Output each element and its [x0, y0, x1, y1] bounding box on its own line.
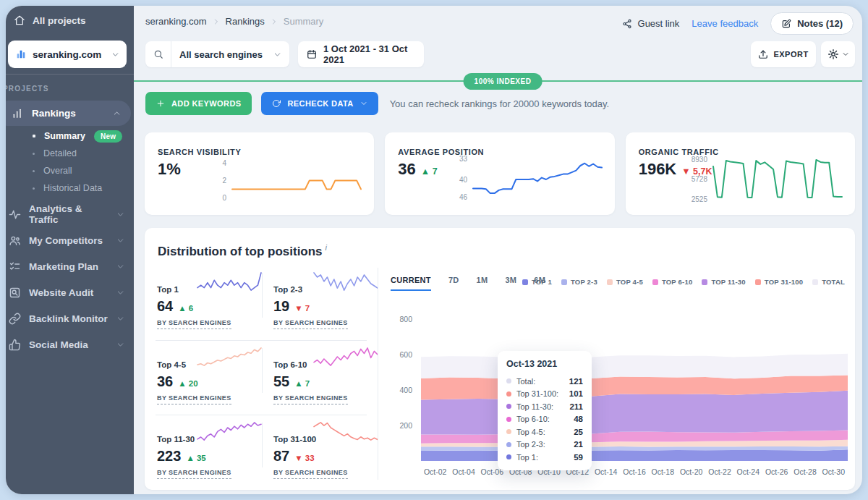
indexed-badge: 100% INDEXED — [464, 73, 542, 90]
all-projects-link[interactable]: All projects — [14, 14, 86, 26]
tooltip-row: Top 4-5:25 — [506, 425, 583, 438]
by-search-engines-link[interactable]: BY SEARCH ENGINES — [273, 394, 348, 404]
sidebar-subitem-summary[interactable]: SummaryNew — [6, 127, 134, 145]
project-chart-icon — [15, 48, 27, 60]
legend-swatch — [755, 279, 761, 285]
search-icon — [153, 49, 163, 59]
legend-item-top-11-30[interactable]: TOP 11-30 — [702, 278, 745, 286]
sidebar-item-marketing-plan[interactable]: Marketing Plan — [6, 253, 134, 279]
stat-value: 64 — [157, 298, 173, 315]
tooltip-row: Top 6-10:48 — [506, 413, 583, 426]
sidebar: All projects seranking.com PROJECTS Rank… — [6, 6, 134, 494]
breadcrumb-project[interactable]: seranking.com — [145, 16, 207, 27]
stat-label: Top 6-10 — [273, 360, 307, 369]
settings-button[interactable] — [821, 41, 855, 67]
stat-top-2-3: Top 2-319▼ 7BY SEARCH ENGINES — [273, 271, 379, 329]
refresh-icon — [272, 99, 281, 108]
notes-button[interactable]: Notes (12) — [770, 12, 854, 35]
tooltip-dot-icon — [506, 404, 511, 409]
guest-link-button[interactable]: Guest link — [622, 18, 680, 29]
sidebar-subitem-detailed[interactable]: Detailed — [6, 145, 134, 162]
search-engines-select[interactable]: All search engines — [145, 41, 289, 67]
leave-feedback-link[interactable]: Leave feedback — [692, 18, 758, 29]
legend-item-top-6-10[interactable]: TOP 6-10 — [652, 278, 692, 286]
export-button[interactable]: EXPORT — [751, 41, 816, 67]
by-search-engines-link[interactable]: BY SEARCH ENGINES — [273, 469, 348, 479]
legend-item-top-31-100[interactable]: TOP 31-100 — [755, 278, 803, 286]
tab-current[interactable]: CURRENT — [391, 276, 431, 291]
add-keywords-button[interactable]: ADD KEYWORDS — [145, 92, 252, 115]
bullet-icon — [33, 187, 35, 190]
sidebar-item-analytics-traffic[interactable]: Analytics & Traffic — [6, 201, 134, 227]
sidebar-item-rankings[interactable]: Rankings — [6, 101, 131, 126]
tooltip-value: 25 — [574, 428, 583, 436]
tooltip-dot-icon — [506, 454, 511, 459]
by-search-engines-link[interactable]: BY SEARCH ENGINES — [157, 469, 231, 479]
card-value: 1% — [158, 160, 181, 179]
chart-legend: TOP 1TOP 2-3TOP 4-5TOP 6-10TOP 11-30TOP … — [522, 278, 845, 286]
x-axis-tick: Oct-22 — [708, 467, 731, 476]
breadcrumb-summary: Summary — [284, 16, 324, 27]
tooltip-dot-icon — [506, 391, 511, 397]
recheck-data-button[interactable]: RECHECK DATA — [261, 92, 378, 115]
tab-7d[interactable]: 7D — [448, 276, 459, 291]
legend-item-top-1[interactable]: TOP 1 — [522, 278, 552, 286]
calendar-icon — [307, 49, 317, 59]
subitem-label: Overall — [43, 166, 72, 176]
projects-section-label: PROJECTS — [6, 85, 49, 93]
tooltip-label: Top 2-3: — [516, 440, 545, 449]
sidebar-item-website-audit[interactable]: Website Audit — [6, 279, 134, 305]
chevdown-icon — [116, 211, 124, 219]
by-search-engines-link[interactable]: BY SEARCH ENGINES — [157, 394, 231, 404]
y-axis-tick: 600 — [399, 350, 412, 359]
date-range-picker[interactable]: 1 Oct 2021 - 31 Oct 2021 — [298, 41, 424, 67]
tab-3m[interactable]: 3M — [505, 276, 516, 291]
stat-label: Top 11-30 — [157, 435, 195, 444]
pencil-icon — [781, 19, 791, 29]
sidebar-item-backlink-monitor[interactable]: Backlink Monitor — [6, 305, 134, 331]
legend-item-total[interactable]: TOTAL — [812, 278, 845, 286]
sidebar-subitem-historical-data[interactable]: Historical Data — [6, 179, 134, 197]
legend-item-top-2-3[interactable]: TOP 2-3 — [561, 278, 597, 286]
link-icon — [9, 313, 21, 325]
legend-swatch — [652, 279, 658, 285]
project-chart-icon — [15, 48, 27, 60]
plus-icon — [156, 99, 165, 108]
organic-traffic-sparkline: 893057282525 — [689, 150, 846, 208]
tooltip-rows: Total:121Top 31-100:101Top 11-30:211Top … — [506, 375, 583, 464]
by-search-engines-link[interactable]: BY SEARCH ENGINES — [157, 319, 231, 329]
project-selector[interactable]: seranking.com — [8, 41, 127, 68]
stat-delta: ▲ 6 — [178, 304, 193, 313]
calendar-icon — [307, 49, 317, 59]
legend-swatch — [561, 279, 567, 285]
link-icon — [9, 313, 21, 325]
bullet-icon — [33, 170, 35, 172]
legend-label: TOP 31-100 — [765, 278, 803, 286]
search-engine-filter[interactable] — [145, 41, 171, 67]
tooltip-value: 211 — [569, 402, 583, 411]
people-icon — [9, 234, 21, 247]
tooltip-label: Top 31-100: — [516, 389, 558, 398]
sidebar-subitem-overall[interactable]: Overall — [6, 162, 134, 179]
add-keywords-label: ADD KEYWORDS — [171, 99, 241, 108]
sidebar-item-social-media[interactable]: Social Media — [6, 331, 134, 357]
by-search-engines-link[interactable]: BY SEARCH ENGINES — [273, 319, 348, 329]
info-icon[interactable]: i — [326, 243, 327, 252]
legend-item-top-4-5[interactable]: TOP 4-5 — [607, 278, 643, 286]
stats-divider — [156, 415, 367, 415]
breadcrumb-rankings[interactable]: Rankings — [226, 16, 265, 27]
tab-1m[interactable]: 1M — [477, 276, 488, 291]
stat-sparkline — [196, 418, 263, 446]
stat-delta: ▲ 7 — [294, 379, 310, 388]
average-position-card: AVERAGE POSITION 36▲ 7 334046 — [385, 132, 614, 215]
stat-value: 223 — [157, 448, 181, 465]
legend-label: TOP 1 — [532, 278, 552, 286]
chevron-down-icon — [116, 289, 124, 297]
tooltip-value: 21 — [574, 440, 583, 449]
stats-divider — [156, 340, 367, 341]
chevron-down-icon — [116, 237, 124, 245]
sidebar-item-my-competitors[interactable]: My Competitors — [6, 227, 134, 253]
stat-top-4-5: Top 4-536▲ 20BY SEARCH ENGINES — [157, 347, 263, 404]
legend-label: TOTAL — [822, 278, 845, 286]
chevron-down-icon — [842, 51, 849, 58]
